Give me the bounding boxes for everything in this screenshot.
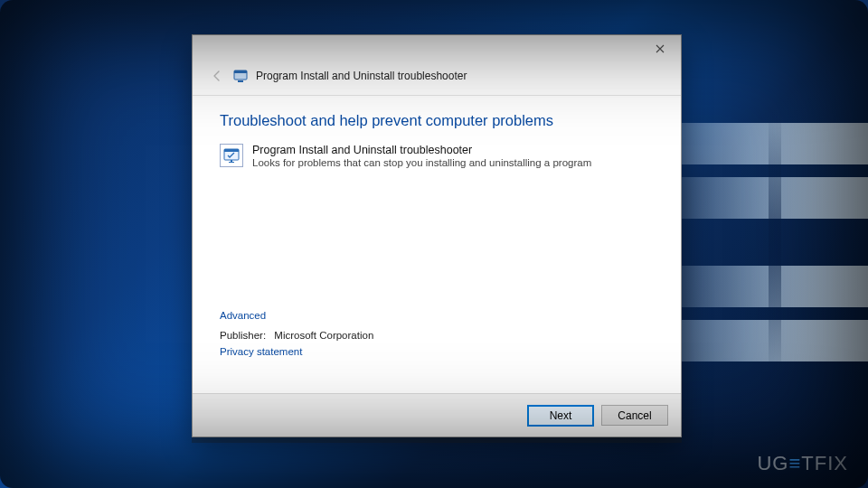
page-heading: Troubleshoot and help prevent computer p… [220, 112, 656, 129]
cancel-button[interactable]: Cancel [601, 405, 668, 426]
watermark-post: TFIX [801, 452, 848, 474]
troubleshooter-app-icon [233, 69, 248, 83]
publisher-value: Microsoft Corporation [274, 330, 373, 341]
close-icon [656, 42, 665, 56]
publisher-label: Publisher: [220, 330, 266, 341]
troubleshooter-item-description: Looks for problems that can stop you ins… [252, 157, 591, 168]
svg-rect-1 [234, 70, 247, 73]
troubleshooter-item-text: Program Install and Uninstall troublesho… [252, 144, 591, 168]
troubleshooter-dialog: Program Install and Uninstall troublesho… [192, 34, 682, 437]
back-arrow-icon [209, 68, 225, 84]
dialog-links-block: Advanced Publisher: Microsoft Corporatio… [220, 310, 373, 357]
advanced-link[interactable]: Advanced [220, 310, 266, 321]
dialog-header-title: Program Install and Uninstall troublesho… [256, 70, 467, 82]
next-button[interactable]: Next [527, 405, 594, 427]
svg-rect-4 [224, 149, 239, 152]
troubleshooter-item-title: Program Install and Uninstall troublesho… [252, 144, 591, 156]
watermark-pre: UG [757, 452, 788, 474]
wallpaper-gap [769, 108, 781, 380]
dialog-content: Troubleshoot and help prevent computer p… [193, 96, 681, 168]
privacy-statement-link[interactable]: Privacy statement [220, 346, 302, 357]
dialog-footer: Next Cancel [193, 393, 681, 436]
ugetfix-watermark: UG≡TFIX [757, 452, 848, 475]
dialog-titlebar [193, 35, 681, 68]
troubleshooter-item-icon [220, 144, 243, 167]
desktop-wallpaper: Program Install and Uninstall troublesho… [0, 0, 868, 488]
publisher-line: Publisher: Microsoft Corporation [220, 330, 373, 341]
dialog-header-row: Program Install and Uninstall troublesho… [193, 68, 681, 91]
taskbar-sliver [192, 437, 682, 443]
svg-rect-2 [238, 80, 243, 82]
close-button[interactable] [643, 37, 677, 61]
watermark-accent: ≡ [788, 452, 801, 474]
troubleshooter-item: Program Install and Uninstall troublesho… [220, 144, 656, 168]
